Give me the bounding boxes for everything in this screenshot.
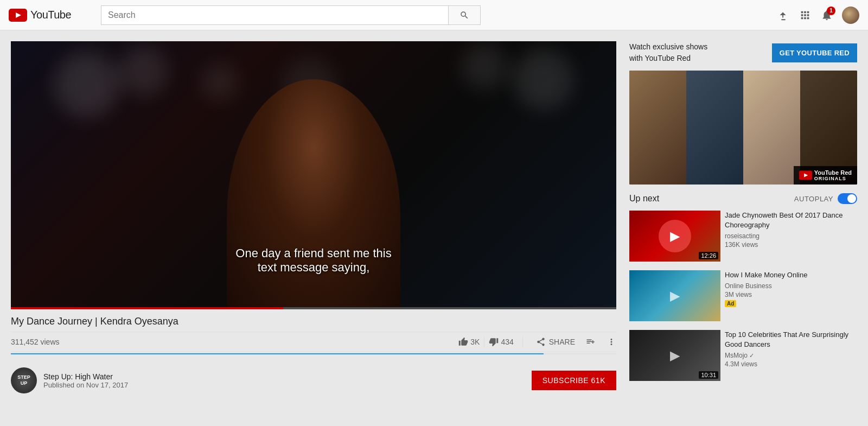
like-bar-container [11,353,616,354]
dislike-count: 434 [501,338,513,346]
video-info: My Dance Journey | Kendra Oyesanya 311,4… [11,309,616,361]
sidebar-video-info-1: Jade Chynoweth Best Of 2017 Dance Choreo… [725,211,857,262]
channel-info: STEPUP Step Up: High Water Published on … [11,367,128,393]
sidebar-thumb-1: ▶ 12:26 [629,211,720,262]
dislike-button[interactable]: 434 [489,337,513,347]
video-player[interactable]: One day a friend sent me this text messa… [11,41,616,309]
apps-button[interactable] [799,9,812,22]
divider [484,336,484,347]
more-button[interactable] [607,337,616,347]
autoplay-area: AUTOPLAY [794,193,857,204]
view-count: 311,452 views [11,338,60,346]
yt-red-promo: Watch exclusive shows with YouTube Red G… [629,41,857,64]
vote-group: 3K 434 [458,336,522,347]
banner-person-1 [629,71,686,185]
add-to-button[interactable] [586,337,596,347]
progress-fill [11,307,283,309]
banner-person-3 [743,71,800,185]
video-2-views: 3M views [725,291,857,298]
sidebar-video-3[interactable]: ▶ 10:31 Top 10 Celebrities That Are Surp… [629,330,857,381]
video-3-title: Top 10 Celebrities That Are Surprisingly… [725,330,857,349]
action-buttons: 3K 434 SHARE [458,336,616,347]
sidebar-video-1[interactable]: ▶ 12:26 Jade Chynoweth Best Of 2017 Danc… [629,211,857,262]
page-content: One day a friend sent me this text messa… [0,30,868,411]
channel-logo-text: STEPUP [17,374,30,386]
search-input[interactable] [101,5,448,25]
channel-row: STEPUP Step Up: High Water Published on … [11,361,616,400]
video-3-channel: MsMojo ✓ [725,352,857,359]
video-meta-row: 311,452 views 3K [11,332,616,352]
video-3-duration: 10:31 [699,371,718,379]
video-subtitle: One day a friend sent me this text messa… [11,246,616,275]
subscribe-label: SUBSCRIBE [542,376,589,385]
video-1-title: Jade Chynoweth Best Of 2017 Dance Choreo… [725,211,857,230]
like-count: 3K [470,338,480,346]
logo-link[interactable]: YouTube [9,9,79,22]
thumbs-up-icon [458,337,468,347]
sidebar-videos: ▶ 12:26 Jade Chynoweth Best Of 2017 Danc… [629,211,857,381]
header: YouTube 1 [0,0,868,30]
progress-bar[interactable] [11,307,616,309]
upload-button[interactable] [777,9,790,22]
video-1-duration: 12:26 [699,252,718,259]
video-2-channel: Online Business [725,282,857,290]
player-controls [11,307,616,309]
channel-details: Step Up: High Water Published on Nov 17,… [43,372,128,389]
video-3-views: 4.3M views [725,360,857,368]
notification-badge: 1 [827,7,835,15]
yt-red-promo-text: Watch exclusive shows with YouTube Red [629,41,707,64]
autoplay-thumb [847,194,856,203]
channel-avatar-image: STEPUP [11,367,37,393]
sidebar: Watch exclusive shows with YouTube Red G… [629,41,857,400]
video-2-title: How I Make Money Online [725,270,857,280]
like-button[interactable]: 3K [458,337,480,347]
verified-icon: ✓ [749,352,754,359]
notification-button[interactable]: 1 [820,9,833,22]
yt-red-originals-badge: YouTube Red ORIGINALS [794,166,857,185]
thumbs-down-icon [489,337,499,347]
share-label: SHARE [549,338,575,346]
youtube-logo-icon [9,9,27,22]
autoplay-label: AUTOPLAY [794,195,833,203]
sidebar-thumb-2: ▶ [629,270,720,321]
sidebar-thumb-3: ▶ 10:31 [629,330,720,381]
bokeh-light [201,63,239,101]
ad-badge: Ad [725,300,736,307]
up-next-label: Up next [629,194,659,204]
video-1-channel: roseisacting [725,232,857,240]
bokeh-light [513,49,573,109]
sidebar-video-2[interactable]: ▶ How I Make Money Online Online Busines… [629,270,857,321]
yt-red-play-icon [799,170,812,180]
search-button[interactable] [448,5,481,25]
bokeh-light [119,47,168,96]
video-section: One day a friend sent me this text messa… [11,41,616,400]
sidebar-video-info-2: How I Make Money Online Online Business … [725,270,857,321]
banner-person-2 [686,71,743,185]
share-icon [536,337,546,347]
published-date: Published on Nov 17, 2017 [43,381,128,389]
up-next-header: Up next AUTOPLAY [629,193,857,204]
apps-icon [799,9,811,21]
more-icon [607,337,616,347]
search-icon [459,10,469,20]
subscribe-button[interactable]: SUBSCRIBE 61K [532,371,616,390]
autoplay-toggle[interactable] [838,193,857,204]
subscriber-count: 61K [591,376,605,385]
video-title: My Dance Journey | Kendra Oyesanya [11,316,616,327]
video-scene: One day a friend sent me this text messa… [11,41,616,307]
bokeh-light [54,52,119,117]
like-bar [11,353,544,354]
avatar-image [842,7,859,24]
bokeh-light [462,44,508,90]
get-youtube-red-button[interactable]: GET YOUTUBE RED [772,43,857,62]
upload-icon [777,9,789,21]
avatar[interactable] [842,7,859,24]
channel-avatar[interactable]: STEPUP [11,367,37,393]
logo-text: YouTube [30,9,71,21]
share-button[interactable]: SHARE [536,337,575,347]
header-right: 1 [777,7,859,24]
yt-red-banner[interactable]: YouTube Red ORIGINALS [629,71,857,185]
search-area [101,5,481,25]
video-1-views: 136K views [725,241,857,249]
video-thumbnail: One day a friend sent me this text messa… [11,41,616,307]
